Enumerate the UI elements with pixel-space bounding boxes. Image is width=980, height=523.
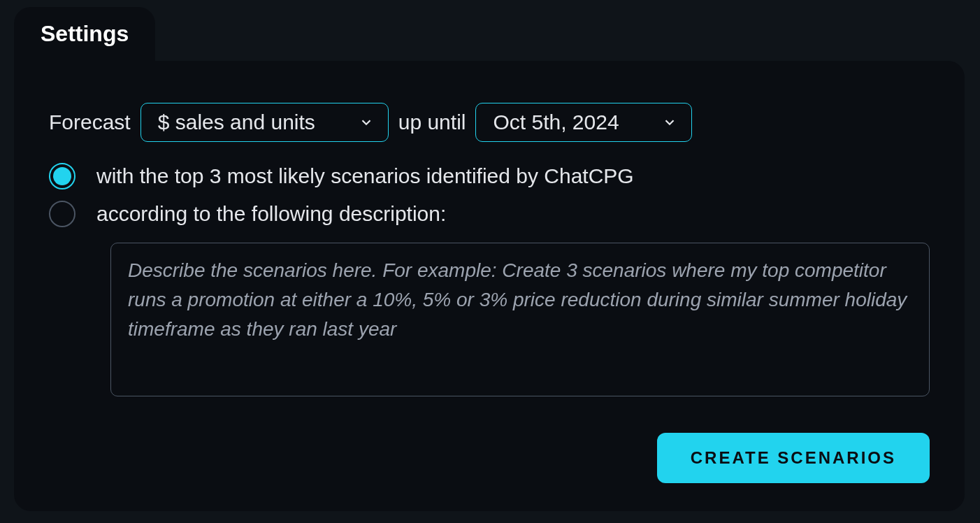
settings-panel-wrapper: Settings Forecast $ sales and units up u… — [14, 7, 965, 511]
forecast-date-selected: Oct 5th, 2024 — [493, 110, 619, 134]
forecast-metric-selected: $ sales and units — [158, 110, 315, 134]
forecast-date-dropdown[interactable]: Oct 5th, 2024 — [475, 103, 692, 142]
radio-row-top3: with the top 3 most likely scenarios ide… — [49, 163, 930, 189]
settings-panel: Forecast $ sales and units up until Oct … — [14, 61, 965, 511]
tab-title: Settings — [41, 21, 129, 46]
radio-row-description: according to the following description: — [49, 201, 930, 227]
create-scenarios-button[interactable]: CREATE SCENARIOS — [657, 433, 930, 483]
button-row: CREATE SCENARIOS — [49, 433, 930, 483]
radio-top3-label: with the top 3 most likely scenarios ide… — [96, 164, 634, 188]
scenario-description-input[interactable] — [110, 243, 930, 396]
textarea-wrapper — [110, 243, 930, 399]
tab-settings[interactable]: Settings — [14, 7, 155, 62]
forecast-metric-dropdown[interactable]: $ sales and units — [140, 103, 389, 142]
radio-top3-scenarios[interactable] — [49, 163, 75, 189]
radio-description-label: according to the following description: — [96, 202, 446, 226]
forecast-label: Forecast — [49, 110, 131, 134]
forecast-row: Forecast $ sales and units up until Oct … — [49, 103, 930, 142]
up-until-label: up until — [398, 110, 466, 134]
chevron-down-icon — [662, 115, 677, 130]
chevron-down-icon — [359, 115, 374, 130]
radio-description[interactable] — [49, 201, 75, 227]
